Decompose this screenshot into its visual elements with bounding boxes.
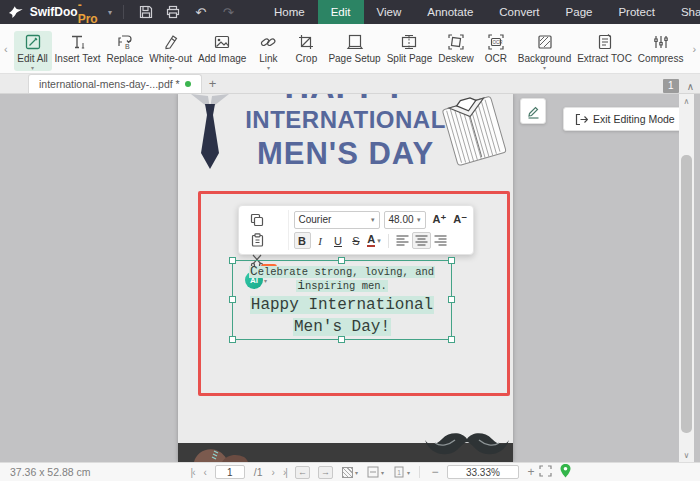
- document-tab[interactable]: international-mens-day-...pdf *: [28, 74, 202, 93]
- font-family-select[interactable]: Courier ▾: [294, 211, 380, 229]
- fullscreen-button[interactable]: [539, 465, 552, 479]
- scroll-down-button[interactable]: ∨: [679, 448, 694, 462]
- font-size-select[interactable]: 48.00 ▾: [384, 211, 426, 229]
- menu-protect[interactable]: Protect: [605, 0, 667, 24]
- locate-page-button[interactable]: [560, 464, 571, 480]
- app-window: SwifDoo-Pro ▾ ↶ ↷ Home Edit View Annotat…: [0, 0, 700, 481]
- exit-editing-mode-button[interactable]: Exit Editing Mode: [563, 107, 686, 131]
- single-page-view-button[interactable]: 1 ▾: [393, 466, 410, 478]
- italic-button[interactable]: I: [312, 232, 329, 249]
- view-history-back-button[interactable]: ←: [295, 466, 310, 479]
- ribbon-item-white-out[interactable]: White-out ▾: [146, 31, 195, 71]
- chevron-up-icon[interactable]: ∧: [687, 81, 694, 92]
- ribbon-scroll-right[interactable]: ›: [688, 24, 700, 73]
- ribbon-item-label: Insert Text: [55, 53, 101, 64]
- font-family-value: Courier: [299, 214, 332, 225]
- previous-page-button[interactable]: ‹: [204, 467, 206, 478]
- crop-icon: [297, 33, 315, 51]
- scrollbar-thumb[interactable]: [681, 155, 692, 433]
- menu-page[interactable]: Page: [553, 0, 606, 24]
- chevron-down-icon: ▾: [543, 65, 546, 71]
- zoom-level-input[interactable]: [447, 465, 519, 479]
- chevron-down-icon: ▾: [407, 469, 410, 476]
- font-color-button[interactable]: A▾: [366, 232, 383, 249]
- underline-button[interactable]: U: [330, 232, 347, 249]
- page-setup-icon: [346, 33, 364, 51]
- chevron-down-icon[interactable]: ▾: [108, 8, 112, 17]
- chevron-down-icon: ▾: [377, 237, 381, 245]
- ocr-icon: OCR: [487, 33, 505, 51]
- edit-tool-button[interactable]: [520, 98, 546, 124]
- selected-text-box[interactable]: Celebrate strong, loving, and inspiring …: [232, 260, 452, 340]
- ribbon-item-ocr[interactable]: OCR OCR: [477, 31, 515, 64]
- ribbon-item-compress[interactable]: Compress: [635, 31, 687, 64]
- ribbon-item-split-page[interactable]: Split Page: [384, 31, 436, 64]
- new-tab-button[interactable]: +: [202, 74, 224, 93]
- fullscreen-icon: [539, 465, 552, 477]
- decrease-font-button[interactable]: A⁻: [453, 213, 467, 226]
- scroll-up-button[interactable]: ∧: [679, 94, 694, 108]
- ribbon-item-label: Add Image: [198, 53, 246, 64]
- chevron-down-icon: ▾: [355, 469, 358, 476]
- selection-handle[interactable]: [448, 257, 455, 264]
- ribbon-item-insert-text[interactable]: Insert Text: [52, 31, 104, 64]
- fit-page-button[interactable]: ▾: [367, 466, 384, 478]
- increase-font-button[interactable]: A⁺: [433, 213, 447, 226]
- zoom-out-button[interactable]: −: [429, 465, 441, 479]
- copy-button[interactable]: [245, 210, 269, 230]
- svg-text:B: B: [125, 42, 130, 49]
- align-center-button[interactable]: [412, 232, 431, 249]
- ribbon-item-background[interactable]: Background ▾: [515, 31, 574, 71]
- last-page-button[interactable]: ›|: [283, 467, 287, 478]
- next-page-button[interactable]: ›: [272, 467, 274, 478]
- print-button[interactable]: [163, 0, 185, 24]
- ribbon-item-page-setup[interactable]: Page Setup: [325, 31, 383, 64]
- view-history-forward-button[interactable]: →: [318, 466, 333, 479]
- page-number-input[interactable]: [215, 465, 245, 479]
- ribbon-item-label: Replace: [107, 53, 144, 64]
- chevron-down-icon: ▾: [31, 65, 34, 71]
- menu-edit[interactable]: Edit: [318, 0, 364, 24]
- ribbon-item-deskew[interactable]: Deskew: [435, 31, 477, 64]
- menu-home[interactable]: Home: [261, 0, 318, 24]
- display-mode-icon: [342, 467, 353, 478]
- menu-view[interactable]: View: [364, 0, 415, 24]
- selection-handle[interactable]: [338, 257, 345, 264]
- strikethrough-button[interactable]: S: [348, 232, 365, 249]
- page-display-mode-button[interactable]: ▾: [342, 467, 358, 478]
- selection-handle[interactable]: [448, 296, 455, 303]
- align-left-button[interactable]: [393, 232, 412, 249]
- ribbon-item-crop[interactable]: Crop: [287, 31, 325, 64]
- text-line-4: Men's Day!: [293, 318, 391, 336]
- menu-annotate[interactable]: Annotate: [414, 0, 486, 24]
- menu-convert[interactable]: Convert: [486, 0, 552, 24]
- first-page-button[interactable]: |‹: [191, 467, 195, 478]
- edit-all-icon: [24, 33, 42, 51]
- redo-button[interactable]: ↷: [218, 0, 240, 24]
- ribbon-item-add-image[interactable]: Add Image: [195, 31, 249, 64]
- selection-handle[interactable]: [448, 336, 455, 343]
- copy-icon: [250, 213, 264, 227]
- save-button[interactable]: [135, 0, 157, 24]
- ribbon-scroll-left[interactable]: ‹: [0, 24, 12, 73]
- menu-share[interactable]: Share: [668, 0, 700, 24]
- split-page-icon: [400, 33, 418, 51]
- ribbon-item-extract-toc[interactable]: Extract TOC: [574, 31, 635, 64]
- selection-handle[interactable]: [229, 257, 236, 264]
- ribbon-item-label: Edit All: [17, 53, 48, 64]
- selection-handle[interactable]: [338, 336, 345, 343]
- text-line-1: Celebrate strong, loving, and: [249, 266, 435, 278]
- bold-button[interactable]: B: [294, 232, 311, 249]
- ribbon-item-replace[interactable]: B Replace: [104, 31, 147, 64]
- ribbon-item-link[interactable]: Link ▾: [249, 31, 287, 71]
- zoom-in-button[interactable]: +: [525, 465, 537, 479]
- link-icon: [259, 33, 277, 51]
- align-right-button[interactable]: [431, 232, 450, 249]
- undo-button[interactable]: ↶: [190, 0, 212, 24]
- ribbon-item-edit-all[interactable]: Edit All ▾: [14, 31, 52, 71]
- chevron-down-icon: ▾: [169, 65, 172, 71]
- app-name: SwifDoo-Pro: [30, 0, 100, 26]
- paste-button[interactable]: [245, 230, 269, 250]
- selection-handle[interactable]: [229, 336, 236, 343]
- selection-handle[interactable]: [229, 296, 236, 303]
